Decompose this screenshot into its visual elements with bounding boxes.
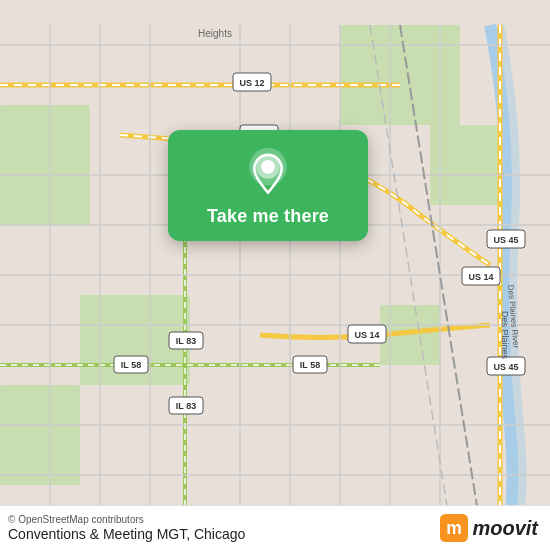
svg-text:Heights: Heights [198, 28, 232, 39]
card-label: Take me there [207, 206, 329, 227]
svg-text:IL 83: IL 83 [176, 401, 196, 411]
svg-text:US 14: US 14 [468, 272, 493, 282]
svg-rect-2 [340, 25, 460, 125]
svg-text:IL 58: IL 58 [121, 360, 141, 370]
moovit-logo: m moovit [440, 514, 538, 542]
moovit-brand-text: moovit [472, 517, 538, 540]
svg-text:US 14: US 14 [354, 330, 379, 340]
bottom-info: © OpenStreetMap contributors Conventions… [8, 514, 245, 542]
destination-card[interactable]: Take me there [168, 130, 368, 241]
svg-rect-6 [0, 385, 80, 485]
svg-point-57 [261, 160, 275, 174]
moovit-m-icon: m [440, 514, 468, 542]
svg-text:US 45: US 45 [493, 235, 518, 245]
svg-text:US 45: US 45 [493, 362, 518, 372]
map-background: US 12 US 14 US 14 US 14 US 45 US 45 IL 8… [0, 0, 550, 550]
location-title: Conventions & Meeting MGT, Chicago [8, 526, 245, 542]
location-pin-icon [244, 148, 292, 196]
map-container: US 12 US 14 US 14 US 14 US 45 US 45 IL 8… [0, 0, 550, 550]
svg-text:IL 58: IL 58 [300, 360, 320, 370]
osm-credit: © OpenStreetMap contributors [8, 514, 245, 525]
svg-rect-1 [0, 105, 90, 225]
bottom-bar: © OpenStreetMap contributors Conventions… [0, 505, 550, 550]
svg-text:US 12: US 12 [239, 78, 264, 88]
svg-text:Des Plaines: Des Plaines [500, 311, 510, 360]
svg-text:m: m [447, 518, 463, 538]
svg-text:IL 83: IL 83 [176, 336, 196, 346]
